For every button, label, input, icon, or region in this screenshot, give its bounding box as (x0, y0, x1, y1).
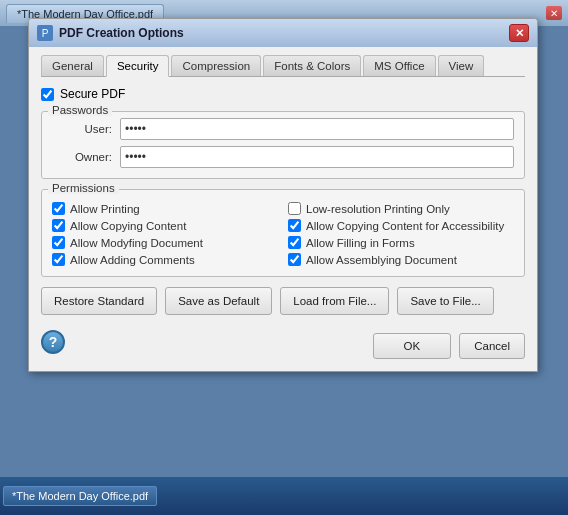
taskbar-item[interactable]: *The Modern Day Office.pdf (3, 486, 157, 506)
perm-allow-modifying-label: Allow Modyfing Document (70, 237, 203, 249)
permissions-legend: Permissions (48, 182, 119, 194)
ok-button[interactable]: OK (373, 333, 452, 359)
perm-allow-printing-label: Allow Printing (70, 203, 140, 215)
perm-low-res-label: Low-resolution Printing Only (306, 203, 450, 215)
perm-allow-filling-checkbox[interactable] (288, 236, 301, 249)
tab-general[interactable]: General (41, 55, 104, 76)
help-button[interactable]: ? (41, 330, 65, 354)
dialog-icon: P (37, 25, 53, 41)
owner-field-row: Owner: (52, 146, 514, 168)
pdf-creation-options-dialog: P PDF Creation Options ✕ General Securit… (28, 18, 538, 372)
permissions-grid: Allow Printing Low-resolution Printing O… (52, 202, 514, 266)
secure-pdf-row: Secure PDF (41, 87, 525, 101)
secure-pdf-label[interactable]: Secure PDF (60, 87, 125, 101)
dialog-title: PDF Creation Options (59, 26, 509, 40)
save-as-default-button[interactable]: Save as Default (165, 287, 272, 315)
help-area: ? (41, 330, 65, 354)
perm-allow-copying-accessibility: Allow Copying Content for Accessibility (288, 219, 514, 232)
passwords-group: Passwords User: Owner: (41, 111, 525, 179)
perm-allow-printing: Allow Printing (52, 202, 278, 215)
tabs-row: General Security Compression Fonts & Col… (41, 55, 525, 77)
ok-cancel-row: OK Cancel (373, 333, 525, 359)
user-field-row: User: (52, 118, 514, 140)
perm-allow-assembling-label: Allow Assemblying Document (306, 254, 457, 266)
passwords-legend: Passwords (48, 104, 112, 116)
taskbar: *The Modern Day Office.pdf (0, 477, 568, 515)
perm-allow-copying: Allow Copying Content (52, 219, 278, 232)
perm-allow-copying-access-checkbox[interactable] (288, 219, 301, 232)
perm-allow-comments: Allow Adding Comments (52, 253, 278, 266)
perm-allow-filling: Allow Filling in Forms (288, 236, 514, 249)
bg-close-button[interactable]: ✕ (546, 6, 562, 20)
dialog-close-button[interactable]: ✕ (509, 24, 529, 42)
cancel-button[interactable]: Cancel (459, 333, 525, 359)
perm-allow-assembling-checkbox[interactable] (288, 253, 301, 266)
tab-security[interactable]: Security (106, 55, 170, 77)
perm-allow-copying-access-label: Allow Copying Content for Accessibility (306, 220, 504, 232)
footer-row: ? OK Cancel (41, 325, 525, 359)
user-password-input[interactable] (120, 118, 514, 140)
save-to-file-button[interactable]: Save to File... (397, 287, 493, 315)
perm-low-res-checkbox[interactable] (288, 202, 301, 215)
action-buttons-row: Restore Standard Save as Default Load fr… (41, 287, 525, 315)
secure-pdf-checkbox[interactable] (41, 88, 54, 101)
tab-view[interactable]: View (438, 55, 485, 76)
load-from-file-button[interactable]: Load from File... (280, 287, 389, 315)
perm-allow-assembling: Allow Assemblying Document (288, 253, 514, 266)
perm-allow-printing-checkbox[interactable] (52, 202, 65, 215)
tab-fonts-colors[interactable]: Fonts & Colors (263, 55, 361, 76)
perm-allow-comments-label: Allow Adding Comments (70, 254, 195, 266)
owner-password-input[interactable] (120, 146, 514, 168)
user-label: User: (52, 123, 112, 135)
perm-low-res-printing: Low-resolution Printing Only (288, 202, 514, 215)
dialog-content: General Security Compression Fonts & Col… (29, 47, 537, 371)
dialog-titlebar: P PDF Creation Options ✕ (29, 19, 537, 47)
permissions-group: Permissions Allow Printing Low-resolutio… (41, 189, 525, 277)
perm-allow-modifying: Allow Modyfing Document (52, 236, 278, 249)
perm-allow-filling-label: Allow Filling in Forms (306, 237, 415, 249)
tab-compression[interactable]: Compression (171, 55, 261, 76)
owner-label: Owner: (52, 151, 112, 163)
perm-allow-copying-label: Allow Copying Content (70, 220, 186, 232)
tab-ms-office[interactable]: MS Office (363, 55, 435, 76)
restore-standard-button[interactable]: Restore Standard (41, 287, 157, 315)
perm-allow-comments-checkbox[interactable] (52, 253, 65, 266)
perm-allow-modifying-checkbox[interactable] (52, 236, 65, 249)
perm-allow-copying-checkbox[interactable] (52, 219, 65, 232)
